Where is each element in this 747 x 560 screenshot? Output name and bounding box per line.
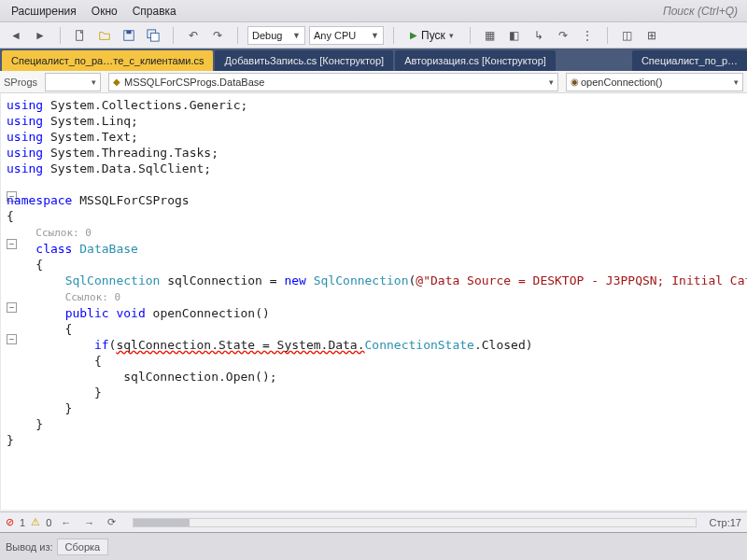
error-count[interactable]: 1 <box>20 517 25 528</box>
toolbar-button[interactable]: ◫ <box>617 25 638 46</box>
code-editor[interactable]: − − − − using System.Collections.Generic… <box>0 93 747 510</box>
caret-icon: ▾ <box>734 77 739 87</box>
file-icon <box>74 29 87 42</box>
class-icon: ◆ <box>113 77 120 87</box>
doc-tab[interactable]: Авторизация.cs [Конструктор] <box>395 50 556 71</box>
toolbar-sep <box>173 27 174 44</box>
nav-back-button[interactable]: ◄ <box>6 25 26 46</box>
svg-rect-4 <box>150 33 159 41</box>
menu-window[interactable]: Окно <box>84 5 125 18</box>
project-label: SProgs <box>0 77 41 88</box>
toolbar: ◄ ► ↶ ↷ Debug▼ Any CPU▼ ▶ Пуск ▾ ▦ ◧ ↳ ↷… <box>0 22 747 49</box>
code-nav-bar: SProgs ▾ ◆ MSSQLForCSProgs.DataBase ▾ ◉ … <box>0 71 747 93</box>
platform-value: Any CPU <box>314 30 356 41</box>
save-all-button[interactable] <box>143 25 163 46</box>
status-bar: ⊘ 1 ⚠ 0 ← → ⟳ Стр:17 <box>0 511 747 532</box>
class-name: MSSQLForCSProgs.DataBase <box>124 77 264 88</box>
method-icon: ◉ <box>571 77 579 87</box>
caret-icon: ▼ <box>371 31 379 40</box>
toolbar-button[interactable]: ⋮ <box>577 25 598 46</box>
toolbar-button[interactable]: ◧ <box>504 25 525 46</box>
toolbar-sep <box>607 27 608 44</box>
output-source-label: Вывод из: <box>6 541 53 553</box>
open-button[interactable] <box>94 25 115 46</box>
search-placeholder: Поиск (Ctrl+Q) <box>663 5 738 18</box>
warning-icon[interactable]: ⚠ <box>31 516 40 528</box>
error-icon[interactable]: ⊘ <box>6 516 14 528</box>
document-tab-well: Специалист_по_ра…те_с_клиентами.cs Добав… <box>0 49 747 71</box>
run-label: Пуск <box>421 29 445 42</box>
member-name: openConnection() <box>581 77 662 88</box>
toolbar-sep <box>470 27 471 44</box>
config-value: Debug <box>252 30 282 41</box>
menu-help[interactable]: Справка <box>125 5 184 18</box>
step-over-button[interactable]: ↷ <box>553 25 573 46</box>
code-area[interactable]: using System.Collections.Generic;using S… <box>1 93 747 510</box>
caret-icon: ▾ <box>92 77 96 87</box>
search-box[interactable]: Поиск (Ctrl+Q) <box>657 5 743 18</box>
member-dropdown[interactable]: ◉ openConnection() ▾ <box>566 73 743 91</box>
warning-count[interactable]: 0 <box>46 517 51 528</box>
output-panel-header: Вывод из: Сборка <box>0 532 747 560</box>
config-dropdown[interactable]: Debug▼ <box>247 26 305 45</box>
step-into-button[interactable]: ↳ <box>529 25 549 46</box>
caret-icon: ▾ <box>449 31 454 40</box>
class-dropdown[interactable]: ◆ MSSQLForCSProgs.DataBase ▾ <box>108 73 558 91</box>
save-button[interactable] <box>119 25 139 46</box>
new-file-button[interactable] <box>70 25 91 46</box>
caret-icon: ▼ <box>292 31 301 40</box>
undo-button[interactable]: ↶ <box>183 25 204 46</box>
horizontal-scrollbar[interactable] <box>133 518 696 527</box>
caret-icon: ▾ <box>549 77 554 87</box>
doc-tab[interactable]: ДобавитьЗапись.cs [Конструктор] <box>215 50 393 71</box>
doc-tab[interactable]: Специалист_по_р… <box>632 50 747 71</box>
nav-fwd-button[interactable]: ► <box>30 25 50 46</box>
doc-tab-active[interactable]: Специалист_по_ра…те_с_клиентами.cs <box>2 50 213 71</box>
nav-prev[interactable]: ← <box>57 517 75 528</box>
nav-refresh[interactable]: ⟳ <box>104 516 120 528</box>
nav-next[interactable]: → <box>80 517 98 528</box>
redo-button[interactable]: ↷ <box>207 25 228 46</box>
toolbar-button[interactable]: ▦ <box>480 25 500 46</box>
toolbar-sep <box>393 27 394 44</box>
save-all-icon <box>147 29 160 42</box>
play-icon: ▶ <box>410 30 417 40</box>
save-icon <box>122 29 135 42</box>
toolbar-button[interactable]: ⊞ <box>641 25 662 46</box>
caret-position: Стр:17 <box>710 517 741 528</box>
folder-icon <box>98 29 111 42</box>
scrollbar-thumb[interactable] <box>134 519 190 526</box>
toolbar-sep <box>237 27 238 44</box>
project-dropdown[interactable]: ▾ <box>45 73 101 91</box>
platform-dropdown[interactable]: Any CPU▼ <box>309 26 384 45</box>
svg-rect-2 <box>126 30 131 34</box>
output-source-dropdown[interactable]: Сборка <box>57 539 109 555</box>
toolbar-sep <box>60 27 61 44</box>
menu-extensions[interactable]: Расширения <box>4 5 84 18</box>
start-debug-button[interactable]: ▶ Пуск ▾ <box>403 25 460 46</box>
menu-bar: Расширения Окно Справка Поиск (Ctrl+Q) <box>0 0 747 22</box>
